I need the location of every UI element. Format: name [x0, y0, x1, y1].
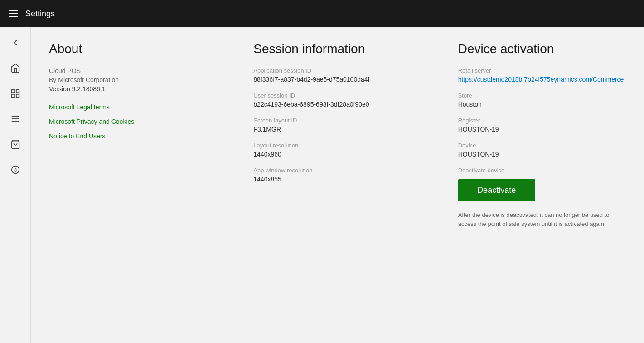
- hamburger-icon[interactable]: [9, 10, 18, 17]
- sidebar-item-menu[interactable]: [5, 108, 26, 130]
- main-layout: 0 About Cloud POS By Microsoft Corporati…: [0, 27, 644, 343]
- app-session-id-label: Application session ID: [253, 67, 421, 74]
- topbar-title: Settings: [25, 9, 55, 19]
- user-session-id-label: User session ID: [253, 92, 421, 99]
- sidebar: 0: [0, 27, 31, 343]
- svg-text:0: 0: [14, 168, 17, 173]
- device-activation-column: Device activation Retail server https://…: [440, 27, 644, 343]
- user-session-id-value: b22c4193-6eba-6895-693f-3df28a0f90e0: [253, 101, 421, 108]
- device-label: Device: [458, 142, 626, 149]
- about-app-name: Cloud POS: [49, 67, 217, 74]
- deactivate-notice: After the device is deactivated, it can …: [458, 211, 626, 228]
- svg-rect-2: [11, 94, 14, 97]
- about-title: About: [49, 42, 217, 56]
- device-value: HOUSTON-19: [458, 151, 626, 158]
- device-activation-title: Device activation: [458, 42, 626, 56]
- sidebar-item-grid[interactable]: [5, 83, 26, 104]
- about-column: About Cloud POS By Microsoft Corporation…: [31, 27, 235, 343]
- app-window-resolution-label: App window resolution: [253, 167, 421, 174]
- register-value: HOUSTON-19: [458, 126, 626, 133]
- about-company: By Microsoft Corporation: [49, 76, 217, 83]
- deactivate-button[interactable]: Deactivate: [458, 179, 535, 201]
- app-session-id-value: 88f336f7-a837-b4d2-9ae5-d75a0100da4f: [253, 76, 421, 83]
- store-label: Store: [458, 92, 626, 99]
- session-column: Session information Application session …: [235, 27, 440, 343]
- retail-server-url: https://custdemo2018bf7b24f575eynamics.c…: [458, 76, 626, 83]
- content-area: About Cloud POS By Microsoft Corporation…: [31, 27, 644, 343]
- topbar: Settings: [0, 0, 644, 27]
- session-title: Session information: [253, 42, 421, 56]
- app-window-resolution-value: 1440x855: [253, 176, 421, 183]
- about-version: Version 9.2.18086.1: [49, 85, 217, 93]
- sidebar-item-bag[interactable]: [5, 133, 26, 155]
- svg-rect-1: [16, 90, 19, 93]
- link-notice-end-users[interactable]: Notice to End Users: [49, 132, 217, 140]
- register-label: Register: [458, 117, 626, 124]
- sidebar-item-back[interactable]: [5, 32, 26, 54]
- sidebar-item-counter[interactable]: 0: [5, 159, 26, 181]
- svg-rect-0: [11, 90, 14, 93]
- link-legal-terms[interactable]: Microsoft Legal terms: [49, 103, 217, 111]
- screen-layout-id-value: F3.1MGR: [253, 126, 421, 133]
- deactivate-device-label: Deactivate device: [458, 167, 626, 174]
- layout-resolution-value: 1440x960: [253, 151, 421, 158]
- sidebar-item-home[interactable]: [5, 57, 26, 79]
- svg-rect-3: [16, 94, 19, 97]
- link-privacy[interactable]: Microsoft Privacy and Cookies: [49, 118, 217, 125]
- layout-resolution-label: Layout resolution: [253, 142, 421, 149]
- screen-layout-id-label: Screen layout ID: [253, 117, 421, 124]
- retail-server-label: Retail server: [458, 67, 626, 74]
- store-value: Houston: [458, 101, 626, 108]
